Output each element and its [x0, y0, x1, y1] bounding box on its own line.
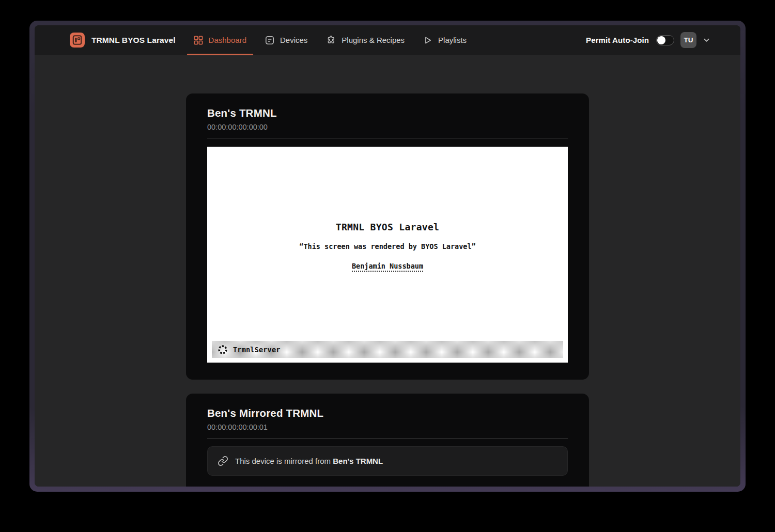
mirrored-device-notice: This device is mirrored from Ben's TRMNL: [207, 446, 568, 476]
screen-author-row: Benjamin Nussbaum: [207, 261, 568, 272]
nav-item-label: Dashboard: [209, 36, 246, 44]
permit-auto-join-toggle[interactable]: [656, 35, 674, 45]
screen-author-link: Benjamin Nussbaum: [352, 262, 423, 272]
brand: TRMNL BYOS Laravel: [70, 25, 176, 55]
nav-item-label: Playlists: [438, 36, 467, 44]
app-window-inner: TRMNL BYOS Laravel Dashboard: [35, 25, 740, 487]
nav-spacer: [478, 25, 586, 55]
play-icon: [423, 36, 432, 45]
device-card-bens-trmnl: Ben's TRMNL 00:00:00:00:00:00 TRMNL BYOS…: [186, 93, 589, 380]
chevron-down-icon[interactable]: [703, 36, 710, 44]
mirror-notice-text: This device is mirrored from Ben's TRMNL: [235, 457, 383, 465]
nav-item-devices[interactable]: Devices: [258, 25, 314, 55]
link-icon: [218, 456, 228, 466]
screen-status-bar: TrmnlServer: [212, 341, 563, 358]
nav-items: Dashboard Devices: [187, 25, 479, 55]
dashboard-content: Ben's TRMNL 00:00:00:00:00:00 TRMNL BYOS…: [35, 55, 740, 487]
nav-item-label: Devices: [280, 36, 307, 44]
permit-auto-join-label: Permit Auto-Join: [586, 36, 649, 44]
status-bar-label: TrmnlServer: [233, 346, 281, 354]
nav-item-label: Plugins & Recipes: [342, 36, 405, 44]
device-card-bens-mirrored-trmnl: Ben's Mirrored TRMNL 00:00:00:00:00:01 T…: [186, 394, 589, 487]
device-name: Ben's TRMNL: [207, 107, 568, 119]
screen-quote: “This screen was rendered by BYOS Larave…: [207, 243, 568, 250]
card-divider: [207, 138, 568, 138]
nav-right: Permit Auto-Join TU: [586, 25, 710, 55]
device-list-icon: [265, 36, 274, 45]
spinner-icon: [218, 345, 228, 355]
app-window: TRMNL BYOS Laravel Dashboard: [29, 21, 746, 492]
puzzle-icon: [326, 35, 336, 45]
device-mac-address: 00:00:00:00:00:00: [207, 123, 568, 131]
nav-item-playlists[interactable]: Playlists: [416, 25, 473, 55]
mirror-source-device: Ben's TRMNL: [333, 457, 383, 465]
user-avatar[interactable]: TU: [680, 32, 696, 48]
mirror-notice-prefix: This device is mirrored from: [235, 457, 331, 465]
trmnl-logo-icon: [70, 33, 85, 48]
grid-icon: [194, 36, 203, 45]
device-screen-preview: TRMNL BYOS Laravel “This screen was rend…: [207, 147, 568, 363]
nav-item-dashboard[interactable]: Dashboard: [187, 25, 253, 55]
device-name: Ben's Mirrored TRMNL: [207, 407, 568, 419]
navbar: TRMNL BYOS Laravel Dashboard: [35, 25, 740, 55]
nav-item-plugins-recipes[interactable]: Plugins & Recipes: [319, 25, 411, 55]
screen-title: TRMNL BYOS Laravel: [207, 147, 568, 232]
toggle-knob: [657, 36, 665, 44]
brand-title: TRMNL BYOS Laravel: [91, 36, 176, 45]
card-divider: [207, 438, 568, 439]
device-mac-address: 00:00:00:00:00:01: [207, 423, 568, 431]
